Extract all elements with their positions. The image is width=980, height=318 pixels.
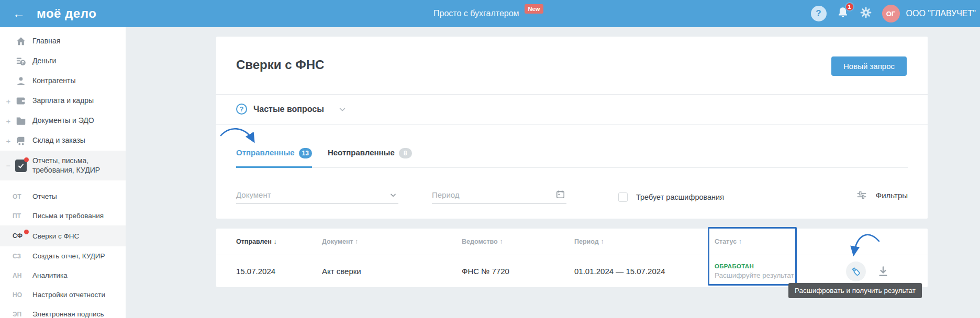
- notifications-bell[interactable]: 1: [836, 6, 850, 21]
- chevron-down-icon: [338, 105, 347, 114]
- subitem-label: Создать отчет, КУДИР: [32, 252, 105, 260]
- period-input-placeholder: Период: [432, 190, 460, 199]
- cell-agency: ФНС № 7720: [462, 267, 574, 276]
- checkbox[interactable]: [618, 192, 628, 202]
- period-date-input[interactable]: Период: [432, 186, 566, 204]
- sidebar-subitem-create-report[interactable]: СЗ Создать отчет, КУДИР: [0, 246, 126, 266]
- column-header-sent[interactable]: Отправлен ↓: [236, 238, 322, 245]
- sort-asc-icon: ↑: [600, 238, 604, 245]
- decrypt-tooltip: Расшифровать и получить результат: [788, 283, 922, 298]
- user-avatar[interactable]: ОГ: [882, 5, 900, 22]
- cell-status: ОБРАБОТАН Расшифруйте результат: [715, 263, 843, 279]
- sidebar-item-home[interactable]: Главная: [0, 31, 126, 51]
- divider: [216, 124, 928, 125]
- results-table: Отправлен ↓ Документ ↑ Ведомство ↑ Перио…: [216, 229, 928, 287]
- tab-sent[interactable]: Отправленные 13: [236, 146, 312, 167]
- contractors-icon: [15, 75, 27, 87]
- company-name[interactable]: ООО "ГЛАВУЧЕТ": [906, 9, 976, 18]
- warehouse-icon: [15, 134, 27, 147]
- sidebar-subitem-report-settings[interactable]: НО Настройки отчетности: [0, 285, 126, 304]
- faq-label: Частые вопросы: [253, 105, 324, 114]
- sort-asc-icon: ↑: [355, 238, 358, 245]
- sort-asc-icon: ↑: [499, 238, 503, 245]
- sidebar-item-reports[interactable]: − Отчеты, письма, требования, КУДИР: [0, 151, 126, 180]
- promo-banner[interactable]: Просто с бухгалтером New: [433, 0, 543, 27]
- page-title: Сверки с ФНС: [236, 58, 324, 72]
- chevron-down-icon: [389, 191, 397, 199]
- home-icon: [15, 35, 27, 48]
- expand-plus-icon[interactable]: +: [5, 97, 12, 105]
- documents-icon: [15, 115, 27, 127]
- sidebar-subitem-letters[interactable]: ПТ Письма и требования: [0, 206, 126, 225]
- notification-dot: [24, 157, 29, 162]
- question-circle-icon: ?: [236, 104, 247, 115]
- main-panel: Сверки с ФНС Новый запрос ? Частые вопро…: [216, 37, 928, 219]
- filters-bar: Документ Период Требует расшифрования: [236, 182, 908, 204]
- decrypt-button[interactable]: [846, 262, 866, 281]
- subitem-label: Письма и требования: [32, 212, 104, 220]
- sidebar-item-label: Отчеты, письма, требования, КУДИР: [32, 156, 114, 175]
- faq-toggle[interactable]: ? Частые вопросы: [236, 104, 347, 115]
- sidebar-item-label: Документы и ЭДО: [32, 116, 114, 126]
- app-logo[interactable]: моё дело: [37, 6, 96, 21]
- expand-plus-icon[interactable]: +: [5, 117, 12, 125]
- sidebar-item-documents[interactable]: + Документы и ЭДО: [0, 111, 126, 131]
- usb-key-icon: [850, 265, 862, 278]
- help-icon[interactable]: ?: [811, 6, 827, 21]
- subitem-abbr: СЗ: [13, 253, 28, 260]
- cell-sent-date: 15.07.2024: [236, 267, 322, 276]
- sidebar-subitem-esignature[interactable]: ЭП Электронная подпись: [0, 304, 126, 318]
- tab-count-badge: 8: [399, 148, 412, 158]
- cell-document: Акт сверки: [322, 267, 462, 276]
- subitem-abbr: ЭП: [13, 311, 28, 318]
- column-header-agency[interactable]: Ведомство ↑: [462, 238, 574, 245]
- sidebar-subitem-reports[interactable]: ОТ Отчеты: [0, 187, 126, 206]
- sidebar-nav: Главная Деньги Контрагенты + Зарплата и …: [0, 27, 126, 318]
- requires-decryption-filter[interactable]: Требует расшифрования: [618, 192, 724, 202]
- status-badge: ОБРАБОТАН: [715, 263, 843, 269]
- tab-count-badge: 13: [299, 148, 312, 158]
- filters-button[interactable]: Фильтры: [856, 189, 908, 201]
- sidebar-item-warehouse[interactable]: + Склад и заказы: [0, 131, 126, 151]
- sidebar-item-salary[interactable]: + Зарплата и кадры: [0, 91, 126, 111]
- status-hint: Расшифруйте результат: [715, 271, 843, 279]
- reports-icon: [15, 160, 27, 172]
- top-header: ← моё дело Просто с бухгалтером New ? 1: [0, 0, 980, 27]
- sidebar-subitem-analytics[interactable]: АН Аналитика: [0, 266, 126, 285]
- settings-gear[interactable]: [859, 6, 873, 21]
- row-actions: [843, 262, 928, 281]
- column-header-document[interactable]: Документ ↑: [322, 238, 462, 245]
- sidebar-item-label: Зарплата и кадры: [32, 96, 114, 106]
- tabs-bar: Отправленные 13 Неотправленные 8: [236, 146, 908, 168]
- subitem-abbr: ПТ: [13, 212, 28, 220]
- reports-submenu: ОТ Отчеты ПТ Письма и требования СФ Свер…: [0, 187, 126, 318]
- document-select[interactable]: Документ: [236, 186, 398, 204]
- sidebar-item-contractors[interactable]: Контрагенты: [0, 71, 126, 91]
- new-request-button[interactable]: Новый запрос: [831, 56, 907, 76]
- promo-text: Просто с бухгалтером: [433, 9, 519, 18]
- expand-plus-icon[interactable]: +: [5, 137, 12, 145]
- money-icon: [15, 55, 27, 67]
- tab-unsent[interactable]: Неотправленные 8: [328, 146, 412, 167]
- column-header-period[interactable]: Период ↑: [574, 238, 715, 245]
- sidebar-item-money[interactable]: Деньги: [0, 51, 126, 71]
- gear-icon: [859, 6, 873, 19]
- download-button[interactable]: [875, 264, 891, 279]
- document-select-placeholder: Документ: [236, 190, 271, 199]
- subitem-label: Сверки с ФНС: [32, 232, 79, 240]
- collapse-minus-icon[interactable]: −: [5, 162, 12, 169]
- sidebar-item-label: Главная: [32, 37, 114, 46]
- download-icon: [877, 265, 889, 278]
- notifications-count-badge: 1: [845, 2, 854, 12]
- subitem-abbr: АН: [13, 272, 28, 279]
- back-arrow-icon[interactable]: ←: [13, 7, 25, 20]
- sort-asc-icon: ↑: [739, 238, 742, 245]
- tab-label: Неотправленные: [328, 148, 395, 157]
- column-header-status[interactable]: Статус ↑: [715, 238, 843, 245]
- table-header-row: Отправлен ↓ Документ ↑ Ведомство ↑ Перио…: [216, 229, 928, 255]
- sidebar-item-label: Склад и заказы: [32, 136, 114, 145]
- table-row[interactable]: 15.07.2024 Акт сверки ФНС № 7720 01.01.2…: [216, 255, 928, 287]
- sidebar-subitem-fns-reconciliation[interactable]: СФ Сверки с ФНС: [0, 225, 126, 246]
- sidebar-item-label: Деньги: [32, 56, 114, 66]
- sliders-icon: [856, 189, 867, 201]
